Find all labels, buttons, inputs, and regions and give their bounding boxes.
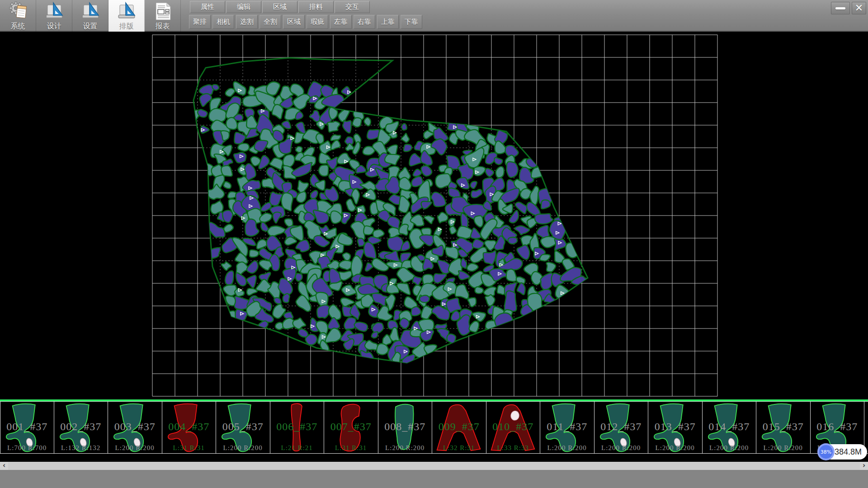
thumbnail-cell-015_#37[interactable]: 015_#37L:200 R:200: [756, 401, 811, 454]
close-icon: ✕: [855, 3, 863, 13]
mode-button-label: 排版: [119, 22, 134, 30]
thumbnail-id-label: 008_#37: [378, 421, 432, 433]
mode-button-label: 设计: [47, 22, 61, 30]
memory-percent-badge[interactable]: 38%: [817, 443, 835, 460]
mode-button-3[interactable]: 设置: [72, 0, 108, 32]
window-controls: ✕: [831, 2, 866, 14]
thumbnail-id-label: 005_#37: [216, 421, 270, 433]
thumbnail-id-label: 006_#37: [270, 421, 324, 433]
thumbnail-lr-count-label: L:200 R:200: [378, 444, 432, 452]
thumbnail-cell-011_#37[interactable]: 011_#37L:200 R:200: [540, 401, 594, 454]
nesting-app-window: 系统设计设置排版报表 属性编辑区域排料交互 聚排相机选割全割区域瑕疵左靠右靠上靠…: [0, 0, 868, 488]
thumbnail-lr-count-label: L:200 R:200: [594, 444, 648, 452]
menu-item-3[interactable]: 区域: [262, 1, 297, 13]
mode-button-label: 设置: [83, 22, 98, 30]
thumbnail-lr-count-label: L:200 R:200: [648, 444, 702, 452]
menu-item-4[interactable]: 排料: [298, 1, 334, 13]
tool-button-5[interactable]: 区域: [283, 15, 305, 29]
thumbnail-lr-count-label: L:21 R:21: [270, 444, 324, 452]
scroll-left-arrow-icon[interactable]: ‹: [0, 462, 8, 470]
thumbnail-id-label: 004_#37: [162, 421, 216, 433]
thumbnail-cell-005_#37[interactable]: 005_#37L:200 R:200: [216, 401, 270, 454]
nested-pieces: [190, 82, 588, 366]
main-mode-buttons: 系统设计设置排版报表: [0, 0, 181, 32]
thumbnail-id-label: 017_#37: [864, 421, 868, 433]
thumbnail-id-label: 001_#37: [0, 421, 54, 433]
menu-bar: 属性编辑区域排料交互: [190, 1, 370, 13]
menu-item-5[interactable]: 交互: [335, 1, 370, 13]
thumbnail-lr-count-label: L:700 R:700: [0, 444, 54, 452]
set-square-icon: [80, 1, 100, 21]
tool-button-8[interactable]: 右靠: [354, 15, 375, 29]
thumbnail-cell-002_#37[interactable]: 002_#37L:132 R:132: [54, 401, 108, 454]
thumbnail-id-label: 016_#37: [811, 421, 864, 433]
nesting-canvas-svg: [0, 32, 868, 399]
thumbnail-cell-007_#37[interactable]: 007_#37L:31 R:31: [324, 401, 378, 454]
thumbnail-lr-count-label: L:32 R:31: [432, 444, 486, 452]
thumbnail-id-label: 014_#37: [703, 421, 756, 433]
menu-item-2[interactable]: 编辑: [226, 1, 261, 13]
nesting-canvas[interactable]: [0, 32, 868, 399]
toolbar: 系统设计设置排版报表 属性编辑区域排料交互 聚排相机选割全割区域瑕疵左靠右靠上靠…: [0, 0, 868, 32]
thumbnail-id-label: 015_#37: [756, 421, 810, 433]
minimize-button[interactable]: [831, 2, 850, 14]
strip-filler: [0, 454, 868, 462]
thumbnail-cell-013_#37[interactable]: 013_#37L:200 R:200: [648, 401, 703, 454]
scroll-right-arrow-icon[interactable]: ›: [860, 462, 868, 470]
thumbnail-lr-count-label: L:132 R:132: [54, 444, 108, 452]
tool-button-1[interactable]: 聚排: [189, 15, 211, 29]
thumbnail-cell-009_#37[interactable]: 009_#37L:32 R:31: [432, 401, 486, 454]
close-button[interactable]: ✕: [852, 2, 866, 14]
thumbnail-lr-count-label: L:200 R:200: [703, 444, 756, 452]
tool-button-2[interactable]: 相机: [212, 15, 234, 29]
memory-badge: 384.8M 38%: [817, 443, 868, 460]
thumbnail-id-label: 011_#37: [540, 421, 594, 433]
thumbnail-cell-010_#37[interactable]: 010_#37L:33 R:33: [486, 401, 541, 454]
thumbnail-cell-003_#37[interactable]: 003_#37L:200 R:200: [108, 401, 162, 454]
thumbnail-lr-count-label: L:31 R:31: [324, 444, 378, 452]
tool-button-10[interactable]: 下靠: [401, 15, 422, 29]
mode-button-2[interactable]: 设计: [36, 0, 72, 32]
tool-button-6[interactable]: 瑕疵: [307, 15, 328, 29]
thumbnail-lr-count-label: L:200 R:200: [216, 444, 270, 452]
thumbnail-id-label: 013_#37: [648, 421, 702, 433]
thumbnail-lr-count-label: L:200 R:200: [540, 444, 594, 452]
thumbnail-cell-004_#37[interactable]: 004_#37L:31 R:31: [162, 401, 217, 454]
thumbnail-lr-count-label: L:200 R:200: [756, 444, 810, 452]
thumbnail-lr-count-label: L:31 R:31: [162, 444, 216, 452]
tool-button-3[interactable]: 选割: [236, 15, 258, 29]
thumbnail-id-label: 009_#37: [432, 421, 486, 433]
horizontal-scrollbar[interactable]: ‹ ›: [0, 462, 868, 470]
thumbnail-id-label: 012_#37: [594, 421, 648, 433]
thumbnail-lr-count-label: L:33 R:33: [486, 444, 540, 452]
menu-item-1[interactable]: 属性: [190, 1, 225, 13]
tool-button-9[interactable]: 上靠: [377, 15, 399, 29]
thumbnail-cell-006_#37[interactable]: 006_#37L:21 R:21: [270, 401, 325, 454]
tool-button-4[interactable]: 全割: [259, 15, 281, 29]
mode-button-5[interactable]: 报表: [145, 0, 181, 32]
thumbnail-id-label: 002_#37: [54, 421, 108, 433]
mode-button-label: 报表: [156, 22, 170, 30]
minimize-icon: [835, 7, 845, 9]
thumbnail-cell-012_#37[interactable]: 012_#37L:200 R:200: [594, 401, 649, 454]
thumbnail-cell-014_#37[interactable]: 014_#37L:200 R:200: [703, 401, 757, 454]
report-icon: [153, 1, 173, 21]
status-bar: [0, 470, 868, 488]
mode-button-1[interactable]: 系统: [0, 0, 36, 32]
thumbnail-id-label: 010_#37: [486, 421, 540, 433]
piece-thumbnail-strip: 001_#37L:700 R:700002_#37L:132 R:132003_…: [0, 401, 868, 454]
mode-button-label: 系统: [11, 22, 25, 30]
set-square-icon: [44, 1, 64, 21]
thumbnail-cell-001_#37[interactable]: 001_#37L:700 R:700: [0, 401, 54, 454]
mode-button-4[interactable]: 排版: [108, 0, 145, 32]
tool-bar: 聚排相机选割全割区域瑕疵左靠右靠上靠下靠: [189, 15, 422, 29]
tool-button-7[interactable]: 左靠: [330, 15, 352, 29]
gear-doc-icon: [8, 1, 28, 21]
thumbnail-id-label: 003_#37: [108, 421, 162, 433]
thumbnail-id-label: 007_#37: [324, 421, 378, 433]
thumbnail-lr-count-label: L:200 R:200: [108, 444, 162, 452]
thumbnail-cell-008_#37[interactable]: 008_#37L:200 R:200: [378, 401, 433, 454]
set-square-icon: [117, 1, 137, 21]
